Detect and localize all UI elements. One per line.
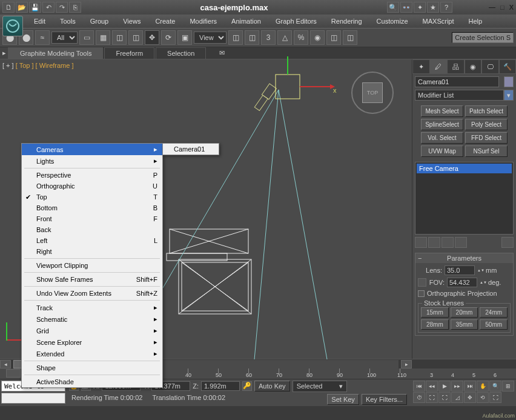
- snap-icon[interactable]: 3: [261, 30, 276, 45]
- caddy-icon[interactable]: ✉: [219, 47, 225, 59]
- next-frame-icon[interactable]: ▸▸: [451, 381, 463, 392]
- hierarchy-tab-icon[interactable]: 品: [447, 59, 465, 74]
- binoculars-icon[interactable]: 👓: [400, 2, 412, 13]
- menu-maxscript[interactable]: MAXScript: [415, 16, 461, 26]
- menu-modifiers[interactable]: Modifiers: [182, 16, 224, 26]
- viewcube-face[interactable]: TOP: [362, 82, 383, 103]
- cm-scene-explorer[interactable]: Scene Explorer▸: [22, 336, 162, 348]
- zoom-all-icon[interactable]: ⊞: [502, 381, 514, 392]
- lens-28mm[interactable]: 28mm: [421, 319, 449, 330]
- utilities-tab-icon[interactable]: 🔨: [499, 59, 517, 74]
- modify-tab-icon[interactable]: 🖊: [430, 59, 448, 74]
- spinner-snap-icon[interactable]: ◉: [310, 30, 325, 45]
- menu-rendering[interactable]: Rendering: [324, 16, 369, 26]
- ribbon-collapse-icon[interactable]: ▸: [0, 47, 8, 59]
- rotate-icon[interactable]: ⟳: [161, 30, 176, 45]
- lens-15mm[interactable]: 15mm: [421, 307, 449, 318]
- cm-shape[interactable]: Shape: [22, 362, 162, 373]
- create-tab-icon[interactable]: ✦: [412, 59, 430, 74]
- qat-redo-icon[interactable]: ↷: [56, 2, 68, 13]
- cm-top[interactable]: ✔TopT: [22, 192, 162, 202]
- make-unique-icon[interactable]: [442, 237, 454, 248]
- cm-viewport-clipping[interactable]: Viewport Clipping: [22, 260, 162, 271]
- cm-bottom[interactable]: BottomB: [22, 202, 162, 213]
- lens-spinner[interactable]: 35.0: [445, 265, 475, 275]
- z-coord[interactable]: 1.992m: [201, 381, 240, 391]
- move-icon[interactable]: ✥: [145, 30, 159, 45]
- window-crossing-icon[interactable]: ◫: [128, 30, 143, 45]
- mod-ffd-select[interactable]: FFD Select: [465, 132, 508, 144]
- tab-graphite[interactable]: Graphite Modeling Tools: [8, 47, 103, 59]
- tab-selection[interactable]: Selection: [156, 47, 206, 59]
- cm-grid[interactable]: Grid▸: [22, 325, 162, 336]
- show-end-result-icon[interactable]: [428, 237, 440, 248]
- favorite-icon[interactable]: ★: [427, 2, 439, 13]
- minimize-button[interactable]: —: [489, 4, 495, 11]
- mod-uvw-map[interactable]: UVW Map: [421, 145, 463, 157]
- maxscript-input[interactable]: [1, 393, 65, 404]
- help-icon[interactable]: ?: [440, 2, 452, 13]
- cm-activeshade[interactable]: ActiveShade: [22, 376, 162, 387]
- play-icon[interactable]: ▶: [438, 381, 451, 392]
- timeline-prev-icon[interactable]: ◂: [0, 360, 11, 368]
- qat-new-icon[interactable]: 🗋: [2, 2, 15, 13]
- search-icon[interactable]: 🔍: [387, 2, 399, 13]
- mod-poly-select[interactable]: Poly Select: [465, 119, 508, 130]
- display-tab-icon[interactable]: 🖵: [481, 59, 499, 74]
- steering-icon[interactable]: ✦: [414, 2, 426, 13]
- viewcube[interactable]: TOP: [351, 72, 394, 114]
- viewport-name[interactable]: [ Top ]: [16, 62, 34, 69]
- zoom-extents-all-icon[interactable]: ⛶: [438, 392, 451, 403]
- configure-sets-icon[interactable]: [501, 237, 514, 248]
- cm-track[interactable]: Track▸: [22, 302, 162, 313]
- fov-direction-icon[interactable]: [418, 278, 426, 287]
- timeline-next-icon[interactable]: ▸: [401, 360, 412, 368]
- viewport[interactable]: [ + ] [ Top ] [ Wireframe ]: [0, 59, 412, 359]
- create-selection-set[interactable]: Create Selection S: [452, 32, 514, 43]
- mod-nsurf-sel[interactable]: NSurf Sel: [465, 145, 508, 157]
- rollout-header[interactable]: −Parameters: [415, 253, 513, 263]
- qat-open-icon[interactable]: 📂: [16, 2, 28, 13]
- motion-tab-icon[interactable]: ◉: [465, 59, 482, 74]
- mod-mesh-select[interactable]: Mesh Select: [421, 105, 463, 117]
- maximize-button[interactable]: □: [500, 4, 504, 11]
- menu-edit[interactable]: Edit: [27, 16, 53, 26]
- stack-free-camera[interactable]: Free Camera: [417, 164, 512, 173]
- mod-vol-select[interactable]: Vol. Select: [421, 132, 463, 144]
- menu-group[interactable]: Group: [83, 16, 116, 26]
- cm-orthographic[interactable]: OrthographicU: [22, 181, 162, 192]
- select-region-icon[interactable]: ◫: [112, 30, 127, 45]
- mod-patch-select[interactable]: Patch Select: [465, 105, 508, 117]
- select-icon[interactable]: ▭: [79, 30, 94, 45]
- zoom-icon[interactable]: 🔍: [489, 381, 501, 392]
- viewport-plus[interactable]: [ + ]: [2, 62, 14, 69]
- angle-snap-icon[interactable]: △: [277, 30, 292, 45]
- named-sel-icon[interactable]: ◫: [326, 30, 341, 45]
- app-icon[interactable]: [2, 16, 23, 36]
- object-name-field[interactable]: Camera01: [415, 76, 499, 87]
- modifier-stack[interactable]: Free Camera: [415, 162, 514, 235]
- fov-spinner-arrows[interactable]: ▲▼: [480, 281, 486, 284]
- percent-snap-icon[interactable]: %: [294, 30, 308, 45]
- pan-view-icon[interactable]: ✥: [464, 392, 476, 403]
- setkey-button[interactable]: Set Key: [327, 394, 359, 405]
- ref-coord-system[interactable]: View: [194, 32, 227, 44]
- lens-24mm[interactable]: 24mm: [480, 307, 508, 318]
- viewport-shading[interactable]: [ Wireframe ]: [36, 62, 74, 69]
- menu-graph-editors[interactable]: Graph Editors: [268, 16, 324, 26]
- maximize-viewport-icon[interactable]: ⛶: [489, 392, 501, 403]
- modifier-list-dropdown-icon[interactable]: ▾: [504, 90, 514, 101]
- qat-undo-icon[interactable]: ↶: [42, 2, 55, 13]
- mod-spline-select[interactable]: SplineSelect: [421, 119, 463, 130]
- manipulate-icon[interactable]: ◫: [245, 30, 259, 45]
- close-button[interactable]: X: [509, 4, 514, 11]
- autokey-button[interactable]: Auto Key: [254, 381, 290, 392]
- select-name-icon[interactable]: ▦: [96, 30, 110, 45]
- bind-icon[interactable]: ≈: [35, 30, 50, 45]
- key-icon[interactable]: 🔑: [242, 381, 252, 391]
- fov-spinner[interactable]: 54.432: [447, 278, 477, 287]
- cm-schematic[interactable]: Schematic▸: [22, 313, 162, 325]
- cm-lights[interactable]: Lights▸: [22, 155, 162, 167]
- qat-save-icon[interactable]: 💾: [29, 2, 41, 13]
- zoom-extents-icon[interactable]: ⛶: [426, 392, 438, 403]
